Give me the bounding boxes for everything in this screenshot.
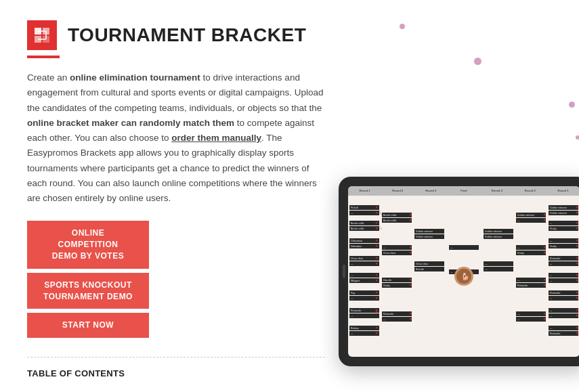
svg-text:✕: ✕ <box>576 273 578 277</box>
svg-text:Husky: Husky <box>383 284 390 287</box>
svg-text:Golden retriever: Golden retriever <box>416 236 433 238</box>
svg-rect-159 <box>549 296 578 301</box>
svg-text:Rottweiler: Rottweiler <box>383 313 394 315</box>
svg-rect-120 <box>516 311 546 316</box>
svg-text:Golden retriever: Golden retriever <box>485 230 502 233</box>
svg-text:—: — <box>550 222 553 225</box>
svg-text:—: — <box>550 274 553 277</box>
svg-text:✕: ✕ <box>576 226 578 230</box>
svg-rect-123 <box>516 317 546 322</box>
sports-knockout-button[interactable]: SPORTS KNOCKOUTTOURNAMENT DEMO <box>27 273 149 309</box>
svg-text:✕: ✕ <box>576 278 578 282</box>
page-title: TOURNAMENT BRACKET <box>68 24 306 46</box>
start-now-button[interactable]: START NOW <box>27 313 149 338</box>
left-panel: TOURNAMENT BRACKET Create an online elim… <box>27 20 325 392</box>
desc-part4: . The Easypromos Brackets app allows you… <box>27 133 317 203</box>
svg-text:Chow chow: Chow chow <box>351 257 364 260</box>
bracket-header-row: Round 1 Round 2 Round 3 Final Round 3 Ro… <box>348 186 579 196</box>
svg-rect-100 <box>484 267 513 271</box>
svg-text:Hep afe: Hep afe <box>383 279 391 282</box>
svg-text:—: — <box>517 279 520 282</box>
tablet-screen: Round 1 Round 2 Round 3 Final Round 3 Ro… <box>348 186 579 357</box>
svg-rect-165 <box>549 313 578 318</box>
svg-text:Golden retriever: Golden retriever <box>485 236 502 238</box>
svg-text:—: — <box>351 263 353 265</box>
svg-text:—: — <box>485 263 488 265</box>
svg-text:Whippet: Whippet <box>351 280 360 282</box>
svg-text:🐕: 🐕 <box>461 272 470 281</box>
svg-text:Husky: Husky <box>550 227 557 230</box>
svg-text:✕: ✕ <box>375 256 378 260</box>
svg-text:✕: ✕ <box>375 296 378 300</box>
svg-text:—: — <box>517 219 520 222</box>
svg-text:✕: ✕ <box>576 308 578 312</box>
col-r2b: Round 2 <box>513 186 546 196</box>
logo-icon <box>27 20 57 50</box>
tablet-button-left <box>343 265 345 278</box>
svg-text:✕: ✕ <box>576 244 578 248</box>
svg-text:✕: ✕ <box>375 238 378 242</box>
svg-text:—: — <box>383 246 386 249</box>
svg-text:✕: ✕ <box>576 326 578 330</box>
svg-text:✕: ✕ <box>576 290 578 295</box>
svg-text:Rottweiler: Rottweiler <box>517 284 528 287</box>
svg-text:—: — <box>550 263 553 265</box>
svg-text:Golden retriever: Golden retriever <box>517 214 535 217</box>
title-underline <box>27 56 60 58</box>
description-text: Create an online elimination tournament … <box>27 70 325 206</box>
svg-text:✕: ✕ <box>543 213 546 217</box>
svg-text:Chow chow: Chow chow <box>383 252 396 255</box>
svg-text:Red afe: Red afe <box>416 268 424 271</box>
svg-rect-105 <box>516 218 546 223</box>
svg-text:—: — <box>550 309 553 312</box>
svg-text:✕: ✕ <box>409 245 412 249</box>
svg-text:Brittany: Brittany <box>351 327 359 330</box>
svg-text:✕: ✕ <box>543 317 546 321</box>
online-competition-button[interactable]: ONLINE COMPETITIONDEMO BY VOTES <box>27 221 149 268</box>
desc-underline1: order them manually <box>171 133 261 143</box>
svg-text:Golden retriever: Golden retriever <box>550 212 567 215</box>
svg-text:✕: ✕ <box>375 290 378 295</box>
svg-line-175 <box>379 213 382 215</box>
svg-text:Rottweiler: Rottweiler <box>351 309 362 312</box>
svg-text:✕: ✕ <box>409 213 412 217</box>
svg-text:✕: ✕ <box>543 311 546 315</box>
header-area: TOURNAMENT BRACKET <box>27 20 325 50</box>
svg-rect-138 <box>549 238 578 243</box>
svg-text:✕: ✕ <box>375 244 378 248</box>
desc-bold1: online elimination tournament <box>70 72 200 83</box>
svg-text:✕: ✕ <box>375 331 378 335</box>
svg-text:Golden retriever: Golden retriever <box>416 230 433 233</box>
svg-text:—: — <box>351 212 353 215</box>
svg-text:✕: ✕ <box>375 273 378 277</box>
svg-rect-114 <box>516 278 546 282</box>
svg-text:—: — <box>517 246 520 249</box>
col-r2: Round 2 <box>381 186 414 196</box>
svg-text:✕: ✕ <box>576 296 578 300</box>
svg-line-176 <box>379 226 382 229</box>
svg-text:—: — <box>450 246 453 249</box>
dot-1 <box>400 24 405 29</box>
svg-text:—: — <box>383 318 386 321</box>
svg-rect-132 <box>549 221 578 225</box>
svg-text:✕: ✕ <box>375 226 378 230</box>
toc-item-main-features[interactable]: › Main features <box>27 385 325 392</box>
svg-text:Border collie: Border collie <box>351 227 364 230</box>
svg-text:✕: ✕ <box>375 205 378 209</box>
svg-rect-46 <box>349 313 379 318</box>
svg-rect-76 <box>382 317 412 322</box>
svg-text:✕: ✕ <box>375 221 378 225</box>
svg-text:Rottweiler: Rottweiler <box>550 292 561 295</box>
svg-rect-108 <box>516 245 546 250</box>
svg-text:✕: ✕ <box>375 326 378 330</box>
svg-text:✕: ✕ <box>375 211 378 215</box>
svg-text:—: — <box>351 274 353 277</box>
svg-text:✕: ✕ <box>543 278 546 282</box>
toc-title: TABLE OF CONTENTS <box>27 368 325 378</box>
svg-text:Dalmatian: Dalmatian <box>351 245 362 248</box>
svg-text:—: — <box>550 315 553 318</box>
right-panel: Round 1 Round 2 Round 3 Final Round 3 Ro… <box>339 20 579 392</box>
dot-3 <box>569 102 575 108</box>
svg-rect-153 <box>549 278 578 283</box>
svg-text:Golden retriever: Golden retriever <box>550 206 567 209</box>
